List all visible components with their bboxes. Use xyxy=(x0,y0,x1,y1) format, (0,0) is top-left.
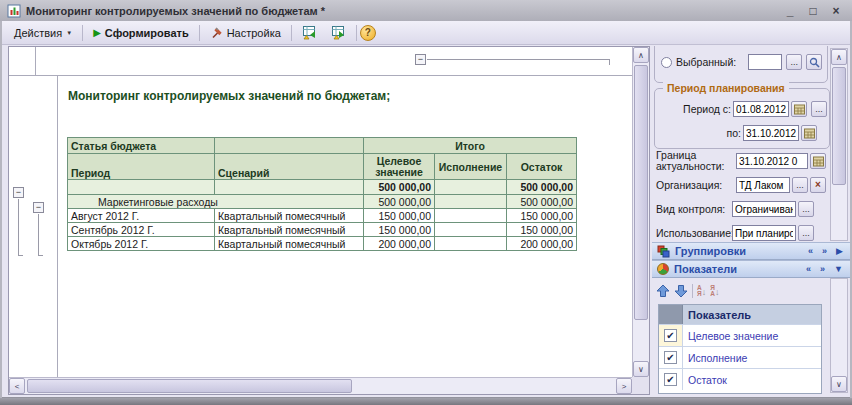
scroll-down-icon[interactable]: ∨ xyxy=(633,361,649,377)
indicators-section-header[interactable]: Показатели « » ▼ xyxy=(652,260,850,278)
selected-value-field[interactable] xyxy=(748,54,782,70)
report-horizontal-scrollbar[interactable]: < > xyxy=(9,377,632,394)
usage-field[interactable] xyxy=(732,225,796,241)
selected-choose-button[interactable]: ... xyxy=(786,54,802,70)
control-kind-choose-button[interactable]: ... xyxy=(798,201,814,217)
move-up-button[interactable] xyxy=(656,284,670,298)
header-empty[interactable] xyxy=(215,138,364,154)
checkbox[interactable]: ✔ xyxy=(664,329,677,342)
checkbox[interactable]: ✔ xyxy=(664,373,677,386)
restore-settings-button[interactable] xyxy=(295,22,324,43)
column-group-collapse-button[interactable]: − xyxy=(415,54,426,65)
calendar-icon xyxy=(813,156,824,167)
help-button[interactable]: ? xyxy=(360,25,376,41)
period-to-calendar-button[interactable] xyxy=(801,125,817,141)
cell-execution[interactable] xyxy=(435,209,507,223)
scroll-down-icon[interactable]: ∨ xyxy=(831,376,847,392)
scroll-up-icon[interactable]: ∧ xyxy=(633,47,649,63)
header-target[interactable]: Целевое значение xyxy=(364,154,435,180)
cell-target[interactable]: 200 000,00 xyxy=(364,237,435,251)
sort-ascending-button[interactable]: АЯ ↓ xyxy=(697,285,706,297)
control-kind-field[interactable] xyxy=(732,201,796,217)
scroll-up-icon[interactable]: ∧ xyxy=(831,49,847,65)
panel-scrollbar-top[interactable]: ∧ xyxy=(830,48,848,241)
selected-radio[interactable] xyxy=(661,57,672,68)
period-from-field[interactable] xyxy=(733,101,789,117)
vertical-scroll-thumb[interactable] xyxy=(634,65,648,320)
selected-search-button[interactable] xyxy=(806,54,822,70)
period-to-field[interactable] xyxy=(743,125,799,141)
totals-empty-cell[interactable] xyxy=(68,180,215,195)
list-item[interactable]: ✔ Остаток xyxy=(659,368,821,390)
group-execution[interactable] xyxy=(435,195,507,209)
minimize-button[interactable]: _ xyxy=(781,4,799,18)
collapse-all-icon[interactable]: « xyxy=(804,264,813,274)
indicator-label[interactable]: Исполнение xyxy=(683,347,821,368)
cell-remainder[interactable]: 150 000,00 xyxy=(507,223,577,237)
generate-button[interactable]: ▶ Сформировать xyxy=(86,24,196,42)
cell-remainder[interactable]: 150 000,00 xyxy=(507,209,577,223)
totals-empty-cell[interactable] xyxy=(215,180,364,195)
totals-remainder[interactable]: 500 000,00 xyxy=(507,180,577,195)
expand-all-icon[interactable]: » xyxy=(818,264,827,274)
horizontal-scroll-thumb[interactable] xyxy=(27,379,352,393)
header-period[interactable]: Период xyxy=(68,154,215,180)
settings-button[interactable]: Настройка xyxy=(203,23,288,42)
row-group-collapse-button-inner[interactable]: − xyxy=(33,202,44,213)
indicator-label[interactable]: Остаток xyxy=(683,369,821,390)
indicator-label[interactable]: Целевое значение xyxy=(683,325,821,346)
totals-target[interactable]: 500 000,00 xyxy=(364,180,435,195)
indicators-collapse-icon[interactable]: ▼ xyxy=(832,264,845,274)
save-settings-button[interactable] xyxy=(324,22,353,43)
header-remainder[interactable]: Остаток xyxy=(507,154,577,180)
group-remainder[interactable]: 500 000,00 xyxy=(507,195,577,209)
cell-scenario[interactable]: Квартальный помесячный xyxy=(215,223,364,237)
row-group-collapse-button-outer[interactable]: − xyxy=(13,187,24,198)
actuality-calendar-button[interactable] xyxy=(810,153,826,169)
collapse-all-icon[interactable]: « xyxy=(806,246,815,256)
table-header-row-1: Статья бюджета Итого xyxy=(68,138,577,154)
list-item[interactable]: ✔ Исполнение xyxy=(659,346,821,368)
scroll-left-icon[interactable]: < xyxy=(9,378,25,394)
scrollbar-corner xyxy=(632,377,649,394)
sort-descending-button[interactable]: ЯА ↓ xyxy=(710,285,719,297)
cell-scenario[interactable]: Квартальный помесячный xyxy=(215,209,364,223)
move-down-button[interactable] xyxy=(674,284,688,298)
list-item[interactable]: ✔ Целевое значение xyxy=(659,324,821,346)
period-from-calendar-button[interactable] xyxy=(791,101,807,117)
expand-all-icon[interactable]: » xyxy=(820,246,829,256)
cell-period[interactable]: Август 2012 Г. xyxy=(68,209,215,223)
cell-execution[interactable] xyxy=(435,223,507,237)
cell-remainder[interactable]: 200 000,00 xyxy=(507,237,577,251)
checkbox[interactable]: ✔ xyxy=(664,351,677,364)
header-execution[interactable]: Исполнение xyxy=(435,154,507,180)
groupings-expand-icon[interactable]: ▶ xyxy=(834,246,845,256)
cell-period[interactable]: Октябрь 2012 Г. xyxy=(68,237,215,251)
header-budget-item[interactable]: Статья бюджета xyxy=(68,138,215,154)
cell-target[interactable]: 150 000,00 xyxy=(364,209,435,223)
groupings-section-header[interactable]: Группировки « » ▶ xyxy=(652,242,850,260)
group-target[interactable]: 500 000,00 xyxy=(364,195,435,209)
header-total[interactable]: Итого xyxy=(364,138,577,154)
cell-period[interactable]: Сентябрь 2012 Г. xyxy=(68,223,215,237)
report-vertical-scrollbar[interactable]: ∧ ∨ xyxy=(632,47,649,377)
organization-choose-button[interactable]: ... xyxy=(792,177,808,193)
header-scenario[interactable]: Сценарий xyxy=(215,154,364,180)
organization-clear-button[interactable]: × xyxy=(810,177,826,193)
maximize-button[interactable]: □ xyxy=(804,4,822,18)
actuality-field[interactable] xyxy=(736,153,808,169)
scroll-right-icon[interactable]: > xyxy=(616,378,632,394)
usage-choose-button[interactable]: ... xyxy=(798,225,814,241)
group-label[interactable]: Маркетинговые расходы xyxy=(68,195,364,209)
totals-execution[interactable] xyxy=(435,180,507,195)
panel-scrollbar-bottom[interactable]: ∨ xyxy=(830,278,848,393)
panel-scroll-thumb[interactable] xyxy=(832,67,846,185)
cell-target[interactable]: 150 000,00 xyxy=(364,223,435,237)
toolbar-separator xyxy=(291,25,292,41)
cell-scenario[interactable]: Квартальный помесячный xyxy=(215,237,364,251)
cell-execution[interactable] xyxy=(435,237,507,251)
organization-field[interactable] xyxy=(736,177,790,193)
actions-menu-button[interactable]: Действия ▼ xyxy=(7,24,79,42)
period-choose-button[interactable]: ... xyxy=(811,101,827,117)
close-button[interactable]: × xyxy=(827,4,845,18)
